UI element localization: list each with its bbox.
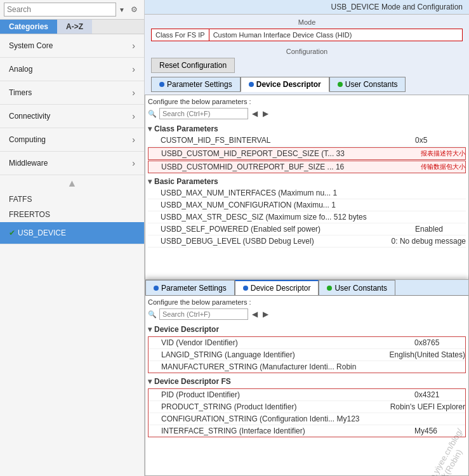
overlay-content: Configure the below parameters : 🔍 ◀ ▶ ▾… xyxy=(145,296,468,475)
expand-icon: ▾ xyxy=(148,124,152,133)
chevron-right-icon: › xyxy=(132,64,135,74)
sidebar-item-label: Middleware xyxy=(9,159,48,168)
class-params-header[interactable]: ▾ Class Parameters xyxy=(148,123,466,135)
device-descriptor-header[interactable]: ▾ Device Descriptor xyxy=(148,324,466,335)
annotation: 传输数据包大小 xyxy=(421,162,465,171)
sidebar-item-fatfs[interactable]: FATFS xyxy=(0,192,144,207)
chevron-right-icon: › xyxy=(132,158,135,168)
table-row: USBD_MAX_STR_DESC_SIZ (Maximum size fo..… xyxy=(148,211,466,223)
tab-label: Parameter Settings xyxy=(161,284,227,293)
sidebar-item-label: Connectivity xyxy=(9,112,50,121)
param-value: English(United States) xyxy=(390,350,465,359)
table-row: USBD_MAX_NUM_CONFIGURATION (Maximu... 1 xyxy=(148,199,466,211)
chevron-right-icon: › xyxy=(132,88,135,98)
sidebar-item-system-core[interactable]: System Core › xyxy=(0,34,144,58)
table-row: USBD_CUSTOM_HID_REPORT_DESC_SIZE (T... 3… xyxy=(148,147,466,160)
param-name: CONFIGURATION_STRING (Configuration Iden… xyxy=(161,414,414,423)
param-name: LANGID_STRING (Language Identifier) xyxy=(161,350,390,359)
table-row: INTERFACE_STRING (Interface Identifier) … xyxy=(149,425,465,437)
tab-label: User Constants xyxy=(334,284,387,293)
reset-configuration-button[interactable]: Reset Configuration xyxy=(151,58,235,73)
device-descriptor-table: VID (Vendor IDentifier) 0x8765 LANGID_ST… xyxy=(148,336,466,373)
table-row: USBD_CUSTOMHID_OUTREPORT_BUF_SIZE ... 16… xyxy=(148,161,466,173)
basic-params-header[interactable]: ▾ Basic Parameters xyxy=(148,176,466,187)
sidebar-item-label: System Core xyxy=(9,41,53,50)
chevron-right-icon: › xyxy=(132,41,135,51)
dot-icon xyxy=(249,82,254,87)
mode-row: Class For FS IP Custom Human Interface D… xyxy=(151,29,463,41)
mode-label: Mode xyxy=(151,18,463,26)
param-name: USBD_MAX_NUM_INTERFACES (Maximum nu... 1 xyxy=(161,188,415,197)
sidebar-item-label: FATFS xyxy=(9,195,32,204)
sidebar-item-label: USB_DEVICE xyxy=(18,228,66,237)
device-descriptor-fs-section: ▾ Device Descriptor FS PID (Product IDen… xyxy=(148,376,466,437)
tab-label: Device Descriptor xyxy=(256,80,321,89)
param-value: 0x5 xyxy=(415,136,466,145)
expand-icon: ▾ xyxy=(148,377,152,386)
tab-parameter-settings[interactable]: Parameter Settings xyxy=(151,77,241,92)
mode-section: Mode Class For FS IP Custom Human Interf… xyxy=(145,15,469,45)
overlay-search-input[interactable] xyxy=(159,308,248,320)
sidebar-item-timers[interactable]: Timers › xyxy=(0,81,144,105)
tab-az[interactable]: A->Z xyxy=(57,20,92,34)
prev-result-icon[interactable]: ◀ xyxy=(251,310,259,319)
tab-device-descriptor[interactable]: Device Descriptor xyxy=(241,77,329,92)
device-descriptor-fs-header[interactable]: ▾ Device Descriptor FS xyxy=(148,376,466,387)
gear-icon[interactable]: ⚙ xyxy=(128,3,140,16)
collapse-arrow[interactable]: ▲ xyxy=(0,175,144,192)
table-row: CONFIGURATION_STRING (Configuration Iden… xyxy=(149,413,465,425)
search-bar: ▼ ⚙ xyxy=(0,0,144,20)
left-panel: ▼ ⚙ Categories A->Z System Core › Analog… xyxy=(0,0,145,476)
param-value: Robin's UEFI Explorer xyxy=(390,402,465,411)
table-row: CUSTOM_HID_FS_BINTERVAL 0x5 xyxy=(148,135,466,147)
param-tabs: Parameter Settings Device Descriptor Use… xyxy=(151,77,463,92)
dropdown-arrow-icon[interactable]: ▼ xyxy=(119,6,125,13)
overlay-panel: Parameter Settings Device Descriptor Use… xyxy=(145,279,469,476)
param-name: USBD_MAX_STR_DESC_SIZ (Maximum size fo..… xyxy=(161,213,415,221)
dot-icon xyxy=(243,286,248,291)
chevron-right-icon: › xyxy=(132,135,135,145)
next-result-icon[interactable]: ▶ xyxy=(261,109,270,118)
table-row: PID (Product IDentifier) 0x4321 xyxy=(149,389,465,401)
tab-categories[interactable]: Categories xyxy=(0,20,57,34)
configure-label: Configure the below parameters : xyxy=(148,98,466,105)
table-row: VID (Vendor IDentifier) 0x8765 xyxy=(149,337,465,349)
expand-icon: ▾ xyxy=(148,325,152,334)
overlay-tabs: Parameter Settings Device Descriptor Use… xyxy=(145,280,468,296)
sidebar-item-computing[interactable]: Computing › xyxy=(0,128,144,152)
search-row: 🔍 ◀ ▶ xyxy=(148,108,466,119)
sidebar-item-middleware[interactable]: Middleware › xyxy=(0,152,144,175)
dot-icon xyxy=(159,82,164,87)
search-input[interactable] xyxy=(4,3,116,17)
sidebar-item-label: Analog xyxy=(9,65,32,74)
device-descriptor-fs-table: PID (Product IDentifier) 0x4321 PRODUCT_… xyxy=(148,388,466,437)
tab-label: Device Descriptor xyxy=(251,284,311,293)
sidebar-item-freertos[interactable]: FREERTOS xyxy=(0,207,144,222)
sidebar-item-usb-device[interactable]: ✔ USB_DEVICE xyxy=(0,222,144,244)
sidebar-item-label: FREERTOS xyxy=(9,210,50,219)
param-value: Enabled xyxy=(415,225,466,234)
title-bar: USB_DEVICE Mode and Configuration xyxy=(145,0,469,15)
param-name: USBD_MAX_NUM_CONFIGURATION (Maximu... 1 xyxy=(161,201,415,209)
next-result-icon[interactable]: ▶ xyxy=(261,310,270,319)
config-section: Configuration Reset Configuration Parame… xyxy=(145,45,469,95)
tab-user-constants[interactable]: User Constants xyxy=(329,77,406,92)
overlay-tab-device-descriptor[interactable]: Device Descriptor xyxy=(235,280,319,295)
section-label: Basic Parameters xyxy=(154,177,218,186)
param-search-input[interactable] xyxy=(159,108,248,119)
param-value: 0x8765 xyxy=(414,338,465,347)
sidebar-item-analog[interactable]: Analog › xyxy=(0,58,144,81)
basic-params-section: ▾ Basic Parameters USBD_MAX_NUM_INTERFAC… xyxy=(148,176,466,248)
table-row: LANGID_STRING (Language Identifier) Engl… xyxy=(149,349,465,361)
class-fs-ip-label: Class For FS IP xyxy=(151,29,209,41)
search-icon: 🔍 xyxy=(148,310,157,319)
prev-result-icon[interactable]: ◀ xyxy=(251,109,259,118)
sidebar-item-connectivity[interactable]: Connectivity › xyxy=(0,105,144,128)
expand-icon: ▾ xyxy=(148,177,152,186)
right-panel: USB_DEVICE Mode and Configuration Mode C… xyxy=(145,0,469,476)
overlay-tab-user-constants[interactable]: User Constants xyxy=(319,280,395,295)
param-name: CUSTOM_HID_FS_BINTERVAL xyxy=(161,136,415,145)
checkmark-icon: ✔ xyxy=(9,228,15,237)
overlay-tab-parameter-settings[interactable]: Parameter Settings xyxy=(145,280,235,295)
table-row: PRODUCT_STRING (Product Identifier) Robi… xyxy=(149,401,465,413)
